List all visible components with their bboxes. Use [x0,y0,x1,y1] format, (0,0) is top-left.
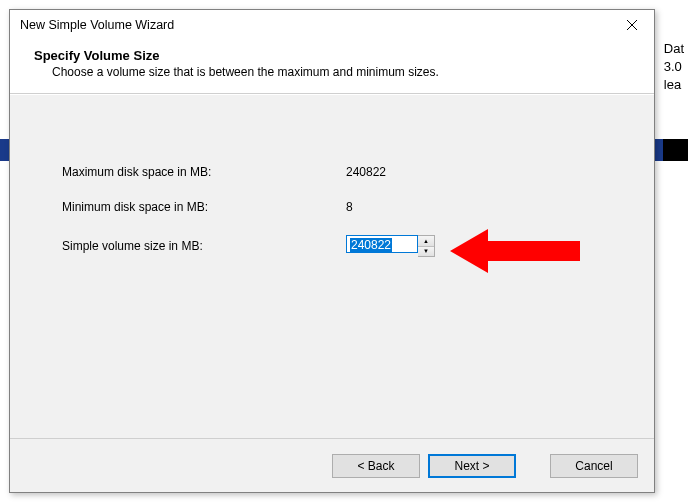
page-subtitle: Choose a volume size that is between the… [34,65,634,79]
spin-buttons: ▲ ▼ [418,235,435,257]
wizard-footer: < Back Next > Cancel [10,438,654,492]
background-partial-text: Dat 3.0 lea [664,40,684,94]
min-space-value: 8 [346,200,353,214]
chevron-up-icon: ▲ [423,238,429,244]
spin-up-button[interactable]: ▲ [418,236,434,247]
back-button[interactable]: < Back [332,454,420,478]
volume-size-label: Simple volume size in MB: [62,239,346,253]
wizard-dialog: New Simple Volume Wizard Specify Volume … [9,9,655,493]
close-icon [627,20,637,30]
max-space-label: Maximum disk space in MB: [62,165,346,179]
page-title: Specify Volume Size [34,48,634,63]
spin-down-button[interactable]: ▼ [418,247,434,257]
cancel-button[interactable]: Cancel [550,454,638,478]
volume-size-row: Simple volume size in MB: 240822 ▲ ▼ [62,235,435,257]
close-button[interactable] [610,10,654,40]
background-stripe-dark [663,139,688,161]
min-space-label: Minimum disk space in MB: [62,200,346,214]
window-title: New Simple Volume Wizard [20,18,610,32]
volume-size-spinner: 240822 ▲ ▼ [346,235,435,257]
next-button[interactable]: Next > [428,454,516,478]
volume-size-input[interactable] [346,235,418,253]
wizard-body: Maximum disk space in MB: 240822 Minimum… [10,94,654,438]
max-space-value: 240822 [346,165,386,179]
wizard-header: Specify Volume Size Choose a volume size… [10,40,654,94]
min-space-row: Minimum disk space in MB: 8 [62,200,353,214]
annotation-arrow [450,221,590,281]
svg-marker-2 [450,229,580,273]
max-space-row: Maximum disk space in MB: 240822 [62,165,386,179]
titlebar: New Simple Volume Wizard [10,10,654,40]
chevron-down-icon: ▼ [423,248,429,254]
